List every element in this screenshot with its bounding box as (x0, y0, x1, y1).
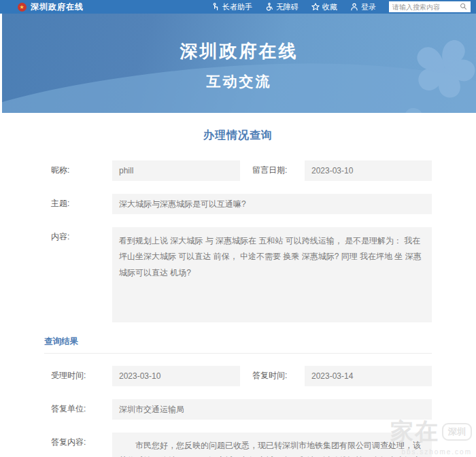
elder-assistant-icon (211, 3, 220, 11)
site-brand[interactable]: ★ 深圳政府在线 (18, 1, 84, 13)
banner-section-title: 互动交流 (2, 72, 476, 91)
search-icon[interactable] (460, 1, 467, 13)
result-row-reply: 答复内容: 市民您好，您反映的问题已收悉，现已转深圳市地铁集团有限公司调查处理，… (44, 433, 432, 457)
wheelchair-icon (265, 3, 273, 11)
query-form: 昵称: phill 留言日期: 2023-03-10 主题: 深大城际与深惠城际… (44, 160, 432, 322)
banner-titles: 深圳政府在线 互动交流 (2, 14, 476, 91)
user-icon (350, 3, 358, 11)
nav-login-label: 登录 (361, 2, 376, 12)
form-row-content: 内容: 看到规划上说 深大城际 与 深惠城际在 五和站 可以跨线运输， 是不是理… (44, 227, 432, 322)
search-box (389, 1, 471, 12)
star-icon (311, 3, 320, 11)
reply-content-field[interactable]: 市民您好，您反映的问题已收悉，现已转深圳市地铁集团有限公司调查处理，该单位反馈具… (112, 433, 432, 457)
reply-content-label: 答复内容: (44, 433, 112, 448)
banner-site-title: 深圳政府在线 (2, 39, 476, 63)
result-heading: 查询结果 (44, 336, 432, 354)
nav-login[interactable]: 登录 (350, 2, 376, 12)
reply-time-label: 答复时间: (240, 366, 305, 382)
nav-favorite[interactable]: 收藏 (311, 2, 337, 12)
content-field[interactable]: 看到规划上说 深大城际 与 深惠城际在 五和站 可以跨线运输， 是不是理解为： … (112, 227, 432, 322)
subject-label: 主题: (44, 194, 112, 209)
reply-unit-label: 答复单位: (44, 399, 112, 415)
nav-elder-label: 长者助手 (222, 2, 252, 12)
nickname-field[interactable]: phill (112, 160, 240, 181)
site-title: 深圳政府在线 (31, 1, 84, 13)
nav-elder-assistant[interactable]: 长者助手 (211, 2, 252, 12)
banner: 深圳政府在线 互动交流 (0, 14, 476, 113)
reply-unit-field[interactable]: 深圳市交通运输局 (112, 399, 432, 420)
reply-time-field[interactable]: 2023-03-14 (305, 366, 432, 386)
result-row-times: 受理时间: 2023-03-10 答复时间: 2023-03-14 (44, 366, 432, 386)
accept-time-label: 受理时间: (44, 366, 112, 382)
topbar-nav: 长者助手 无障碍 收藏 (211, 1, 471, 12)
result-row-unit: 答复单位: 深圳市交通运输局 (44, 399, 432, 420)
content-label: 内容: (44, 227, 112, 243)
search-input[interactable] (392, 3, 460, 11)
main-content: 办理情况查询 昵称: phill 留言日期: 2023-03-10 主题: 深大… (0, 129, 476, 457)
form-row-nickname-date: 昵称: phill 留言日期: 2023-03-10 (44, 160, 432, 181)
nickname-label: 昵称: (44, 160, 112, 176)
nav-accessibility-label: 无障碍 (276, 2, 299, 12)
page-title: 办理情况查询 (44, 129, 432, 143)
subject-field[interactable]: 深大城际与深惠城际是可以互通嘛? (112, 194, 432, 214)
nav-accessibility[interactable]: 无障碍 (265, 2, 299, 12)
form-row-subject: 主题: 深大城际与深惠城际是可以互通嘛? (44, 194, 432, 214)
result-section: 查询结果 受理时间: 2023-03-10 答复时间: 2023-03-14 答… (44, 336, 432, 457)
national-emblem-icon: ★ (18, 3, 27, 12)
page-root: ★ 深圳政府在线 长者助手 无障碍 (0, 0, 476, 457)
message-date-label: 留言日期: (240, 160, 305, 176)
topbar: ★ 深圳政府在线 长者助手 无障碍 (0, 0, 476, 14)
message-date-field[interactable]: 2023-03-10 (305, 160, 432, 181)
nav-favorite-label: 收藏 (322, 2, 337, 12)
accept-time-field[interactable]: 2023-03-10 (112, 366, 240, 386)
